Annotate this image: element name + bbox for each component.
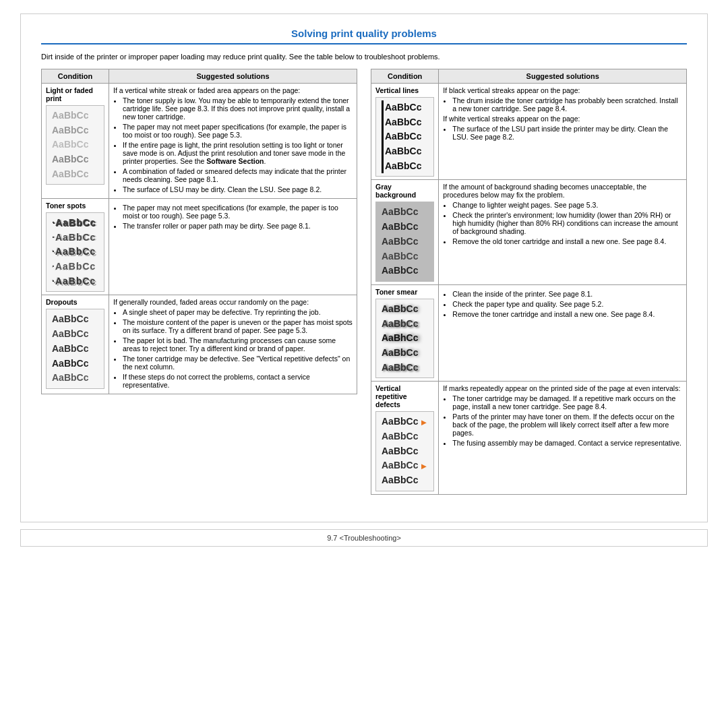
condition-label: Light or fadedprint — [46, 86, 104, 102]
footer-bar: 9.7 <Troubleshooting> — [20, 529, 708, 547]
sample-vertical-repetitive: AaBbCc► AaBbCc► AaBbCc► AaBbCc► AaBbCc► — [375, 411, 434, 491]
condition-vertical-lines: Vertical lines AaBbCc AaBbCc AaBbCc AaBb… — [371, 84, 439, 180]
table-row: Vertical lines AaBbCc AaBbCc AaBbCc AaBb… — [371, 84, 687, 180]
solution-dropouts: If generally rounded, faded areas occur … — [109, 295, 357, 394]
table-row: Light or fadedprint AaBbCc AaBbCc AaBbCc… — [42, 84, 357, 199]
condition-toner-spots: Toner spots ·AaBbCc ·AaBbCc ·AaBbCc ·AaB… — [42, 199, 109, 295]
left-col-solutions-header: Suggested solutions — [109, 69, 357, 84]
sample-gray-background: AaBbCc AaBbCc AaBbCc AaBbCc AaBbCc — [375, 202, 434, 281]
table-row: Dropouts AaBbCc AaBbCc AaBbCc AaBbCc AaB… — [42, 295, 357, 394]
condition-vertical-repetitive: Verticalrepetitivedefects AaBbCc► AaBbCc… — [371, 382, 439, 494]
left-column: Condition Suggested solutions Light or f… — [41, 69, 357, 495]
footer-text: 9.7 <Troubleshooting> — [327, 534, 401, 542]
sample-light-faded: AaBbCc AaBbCc AaBbCc AaBbCc AaBbCc — [46, 105, 104, 185]
right-column: Condition Suggested solutions Vertical l… — [371, 69, 687, 495]
table-row: Toner spots ·AaBbCc ·AaBbCc ·AaBbCc ·AaB… — [42, 199, 357, 295]
table-row: Graybackground AaBbCc AaBbCc AaBbCc AaBb… — [371, 180, 687, 284]
solution-light-faded: If a vertical white streak or faded area… — [109, 84, 357, 199]
solution-gray-background: If the amount of background shading beco… — [439, 180, 687, 284]
solution-vertical-repetitive: If marks repeatedly appear on the printe… — [439, 382, 687, 494]
condition-toner-smear: Toner smear AaBbCc AaBbCc AaBhCc AaBbCc … — [371, 284, 439, 381]
solution-toner-spots: The paper may not meet specifications (f… — [109, 199, 357, 295]
right-col-solutions-header: Suggested solutions — [439, 69, 687, 84]
sample-vertical-lines: AaBbCc AaBbCc AaBbCc AaBbCc AaBbCc — [375, 97, 434, 177]
right-col-condition-header: Condition — [371, 69, 439, 84]
intro-text: Dirt inside of the printer or improper p… — [41, 53, 687, 61]
condition-light-faded: Light or fadedprint AaBbCc AaBbCc AaBbCc… — [42, 84, 109, 199]
table-row: Verticalrepetitivedefects AaBbCc► AaBbCc… — [371, 382, 687, 494]
condition-gray-background: Graybackground AaBbCc AaBbCc AaBbCc AaBb… — [371, 180, 439, 284]
condition-dropouts: Dropouts AaBbCc AaBbCc AaBbCc AaBbCc AaB… — [42, 295, 109, 394]
sample-dropouts: AaBbCc AaBbCc AaBbCc AaBbCc AaBbCc — [46, 309, 104, 388]
table-row: Toner smear AaBbCc AaBbCc AaBhCc AaBbCc … — [371, 284, 687, 381]
page-title: Solving print quality problems — [41, 28, 687, 44]
solution-toner-smear: Clean the inside of the printer. See pag… — [439, 284, 687, 381]
sample-toner-smear: AaBbCc AaBbCc AaBhCc AaBbCc AaBbCc — [375, 299, 434, 378]
left-col-condition-header: Condition — [42, 69, 109, 84]
sample-toner-spots: ·AaBbCc ·AaBbCc ·AaBbCc ·AaBbCc ·AaBbCc — [46, 212, 104, 292]
solution-vertical-lines: If black vertical streaks appear on the … — [439, 84, 687, 180]
